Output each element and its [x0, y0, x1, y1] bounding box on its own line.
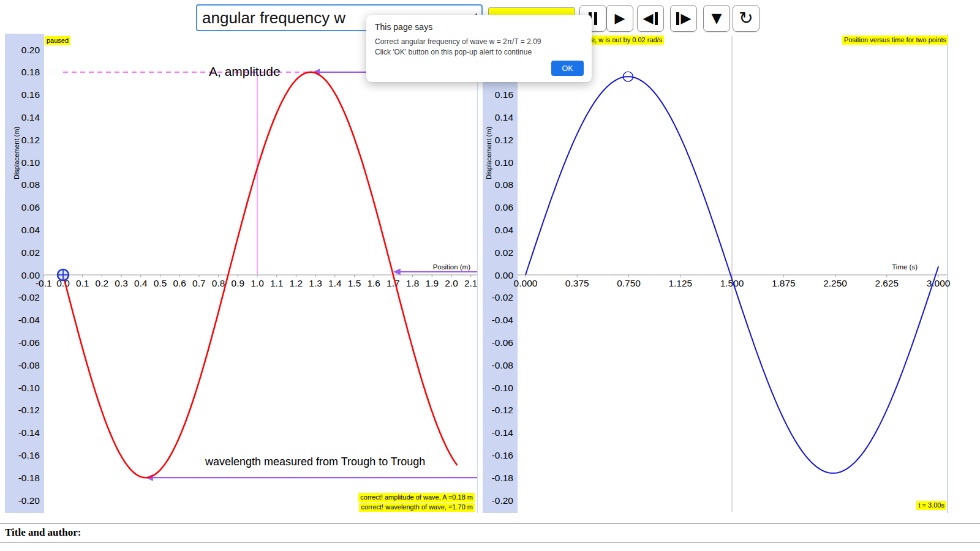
svg-text:1.8: 1.8 — [406, 278, 420, 288]
svg-text:-0.12: -0.12 — [492, 405, 513, 415]
svg-text:1.7: 1.7 — [386, 278, 400, 288]
svg-text:-0.16: -0.16 — [492, 450, 513, 460]
svg-text:1.2: 1.2 — [290, 278, 303, 288]
dialog-line-1: Correct angular frequency of wave w = 2π… — [375, 37, 541, 47]
svg-text:1.125: 1.125 — [668, 278, 692, 288]
svg-text:-0.14: -0.14 — [492, 427, 514, 438]
svg-text:0.02: 0.02 — [21, 247, 40, 258]
svg-text:0.12: 0.12 — [21, 135, 40, 145]
svg-text:0.375: 0.375 — [565, 278, 589, 288]
svg-text:0.9: 0.9 — [232, 278, 245, 288]
svg-text:0.00: 0.00 — [21, 270, 40, 280]
svg-text:2.625: 2.625 — [875, 278, 899, 288]
graph-title-badge: Position versus time for two points — [842, 36, 948, 45]
step-forward-button[interactable]: ▶ — [670, 5, 697, 32]
dialog-line-2: Click 'OK' button on this pop-up alert t… — [375, 47, 541, 58]
svg-text:-0.04: -0.04 — [18, 315, 40, 325]
svg-text:-0.02: -0.02 — [18, 292, 40, 302]
svg-text:0.04: 0.04 — [495, 225, 514, 235]
divider-bottom — [0, 542, 980, 542]
svg-text:0.16: 0.16 — [495, 89, 513, 100]
reset-icon: ↻ — [739, 10, 753, 27]
svg-text:-0.12: -0.12 — [18, 405, 40, 415]
svg-text:0.7: 0.7 — [192, 278, 206, 288]
divider-top — [0, 523, 980, 523]
svg-text:0.12: 0.12 — [495, 135, 513, 145]
down-triangle-icon: ▼ — [712, 12, 722, 25]
dialog-body: Correct angular frequency of wave w = 2π… — [375, 37, 541, 58]
svg-text:0.14: 0.14 — [495, 112, 514, 122]
svg-text:2.1: 2.1 — [464, 278, 478, 288]
svg-text:0.10: 0.10 — [495, 157, 514, 168]
displacement-vs-position-chart[interactable]: -0.10.00.10.20.30.40.50.60.70.80.91.01.1… — [5, 34, 478, 513]
svg-text:1.1: 1.1 — [270, 278, 284, 288]
svg-text:-0.06: -0.06 — [492, 337, 513, 348]
svg-text:0.08: 0.08 — [495, 179, 513, 190]
svg-text:0.750: 0.750 — [617, 278, 641, 288]
svg-text:1.6: 1.6 — [367, 278, 380, 288]
svg-text:-0.04: -0.04 — [492, 315, 514, 325]
svg-text:0.4: 0.4 — [134, 278, 148, 288]
svg-text:0.04: 0.04 — [21, 225, 40, 235]
svg-text:-0.10: -0.10 — [18, 383, 40, 393]
svg-text:0.5: 0.5 — [154, 278, 167, 288]
svg-text:0.16: 0.16 — [21, 89, 40, 100]
dialog-title: This page says — [375, 22, 432, 32]
time-badge: t = 3.00s — [916, 501, 946, 510]
play-button[interactable]: ▶ — [606, 5, 633, 32]
slow-down-button[interactable]: ▼ — [703, 5, 730, 32]
svg-text:0.06: 0.06 — [21, 202, 40, 212]
reset-button[interactable]: ↻ — [733, 5, 760, 32]
svg-text:1.5: 1.5 — [348, 278, 361, 288]
x-tick-labels: -0.10.00.10.20.30.40.50.60.70.80.91.01.1… — [36, 278, 478, 288]
y-tick-labels: 0.200.180.160.140.120.100.080.060.040.02… — [492, 45, 514, 506]
svg-text:-0.18: -0.18 — [18, 473, 40, 483]
svg-text:0.2: 0.2 — [96, 278, 109, 288]
svg-text:-0.08: -0.08 — [18, 360, 40, 370]
svg-text:0.18: 0.18 — [21, 67, 40, 77]
svg-text:0.000: 0.000 — [514, 278, 538, 288]
svg-text:0.08: 0.08 — [21, 179, 40, 190]
displacement-vs-time-chart[interactable]: 0.0000.3750.7501.1251.5001.8752.2502.625… — [483, 34, 948, 513]
svg-text:2.0: 2.0 — [445, 278, 458, 288]
svg-text:0.06: 0.06 — [495, 202, 513, 212]
svg-text:-0.20: -0.20 — [492, 495, 514, 506]
svg-text:0.02: 0.02 — [495, 247, 513, 258]
svg-text:0.8: 0.8 — [212, 278, 225, 288]
svg-text:-0.18: -0.18 — [492, 473, 513, 483]
svg-text:0.14: 0.14 — [21, 112, 40, 122]
ok-button[interactable]: OK — [551, 61, 584, 76]
step-forward-icon: ▶ — [681, 12, 692, 25]
svg-text:1.0: 1.0 — [251, 278, 264, 288]
svg-text:0.6: 0.6 — [173, 278, 186, 288]
svg-text:2.250: 2.250 — [823, 278, 847, 288]
wavelength-feedback-badge: correct! wavelength of wave, =1.70 m — [359, 503, 475, 512]
frequency-feedback-badge: e, w is out by 0.02 rad/s — [589, 36, 664, 45]
svg-text:1.9: 1.9 — [426, 278, 439, 288]
left-y-axis-title: Displacement (m) — [13, 127, 20, 179]
paused-badge: paused — [45, 36, 70, 45]
svg-text:1.3: 1.3 — [309, 278, 322, 288]
amplitude-annotation: A, amplitude — [209, 64, 281, 79]
y-tick-labels: 0.200.180.160.140.120.100.080.060.040.02… — [18, 45, 40, 506]
amplitude-feedback-badge: correct! amplitude of wave, A =0.18 m — [358, 493, 475, 502]
svg-text:3.000: 3.000 — [927, 278, 951, 288]
time-graph-panel: 0.0000.3750.7501.1251.5001.8752.2502.625… — [483, 34, 948, 513]
svg-text:0.3: 0.3 — [115, 278, 128, 288]
feedback-labels: correct! amplitude of wave, A =0.18 m co… — [358, 493, 475, 512]
svg-text:-0.16: -0.16 — [18, 450, 40, 460]
svg-text:0.20: 0.20 — [21, 45, 40, 55]
step-back-button[interactable]: ◀ — [637, 5, 664, 32]
origin-marker[interactable] — [58, 269, 69, 280]
svg-text:-0.14: -0.14 — [18, 427, 40, 438]
right-y-axis-title: Displacement (m) — [485, 127, 492, 179]
x-axis-title: Time (s) — [892, 263, 918, 271]
plot-area — [44, 34, 477, 513]
step-back-icon: ◀ — [643, 12, 654, 25]
wavelength-annotation: wavelength measured from Trough to Troug… — [205, 455, 425, 468]
svg-text:0.10: 0.10 — [21, 157, 40, 168]
svg-text:-0.20: -0.20 — [18, 495, 40, 506]
svg-text:-0.08: -0.08 — [492, 360, 513, 370]
alert-dialog: This page says Correct angular frequency… — [366, 15, 592, 82]
svg-text:0.1: 0.1 — [76, 278, 89, 288]
